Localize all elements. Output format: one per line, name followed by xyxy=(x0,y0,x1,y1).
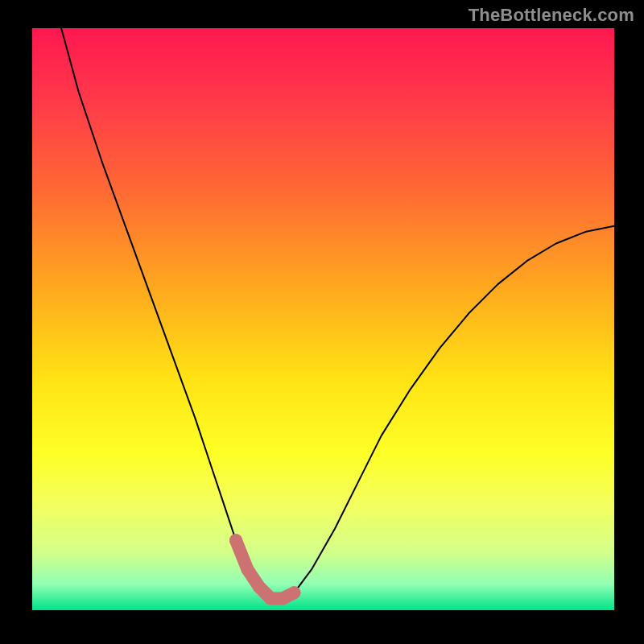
chart-frame: TheBottleneck.com xyxy=(0,0,644,644)
highlight-bead xyxy=(229,534,242,547)
watermark-text: TheBottleneck.com xyxy=(469,5,634,26)
highlight-bead xyxy=(253,580,266,593)
highlight-bead xyxy=(242,563,254,576)
highlight-bead xyxy=(287,586,300,599)
highlight-bead xyxy=(276,592,289,605)
chart-svg xyxy=(32,28,614,610)
highlight-bead xyxy=(264,592,277,605)
gradient-background xyxy=(32,28,614,610)
plot-area xyxy=(32,28,614,610)
